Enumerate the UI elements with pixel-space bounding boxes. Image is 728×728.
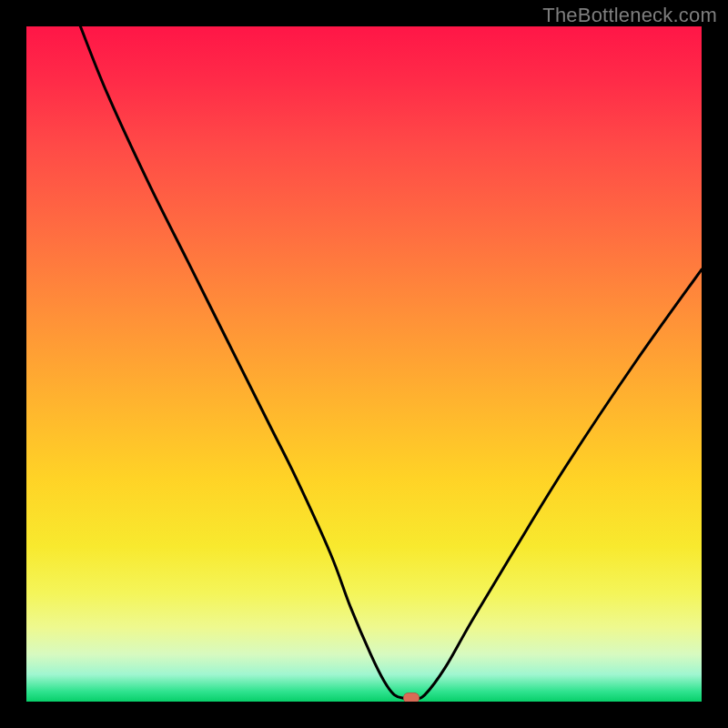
chart-frame: TheBottleneck.com [0, 0, 728, 728]
plot-area [26, 26, 702, 702]
watermark-text: TheBottleneck.com [542, 4, 717, 27]
bottleneck-curve [26, 26, 702, 702]
optimum-marker [403, 693, 420, 702]
